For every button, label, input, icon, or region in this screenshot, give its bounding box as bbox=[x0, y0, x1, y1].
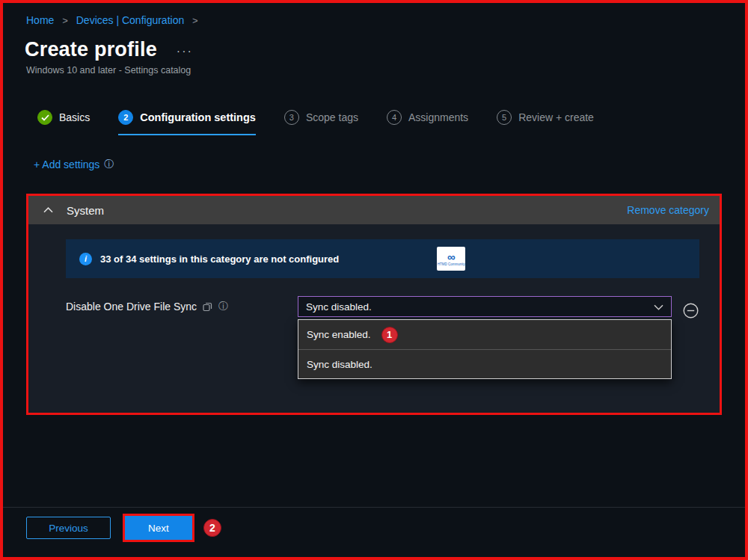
dropdown-column: Sync disabled. Sync enabled. 1 Sync disa… bbox=[298, 296, 672, 379]
setting-row: Disable One Drive File Sync ⓘ Sync disab… bbox=[66, 296, 699, 379]
add-settings-link[interactable]: + Add settings ⓘ bbox=[34, 158, 745, 171]
title-row: Create profile ··· bbox=[25, 37, 745, 61]
create-profile-page: Home > Devices | Configuration > Create … bbox=[0, 0, 748, 560]
banner-text: 33 of 34 settings in this category are n… bbox=[100, 253, 339, 265]
category-body: i 33 of 34 settings in this category are… bbox=[28, 224, 720, 413]
info-banner: i 33 of 34 settings in this category are… bbox=[66, 239, 699, 278]
htmd-community-logo: ∞ HTMD Community bbox=[437, 247, 465, 271]
tab-label: Basics bbox=[59, 111, 90, 123]
breadcrumb: Home > Devices | Configuration > bbox=[3, 3, 745, 28]
setting-label-group: Disable One Drive File Sync ⓘ bbox=[66, 296, 298, 313]
setting-label: Disable One Drive File Sync bbox=[66, 301, 197, 313]
logo-symbol: ∞ bbox=[447, 251, 456, 262]
breadcrumb-separator: > bbox=[192, 15, 198, 26]
chevron-down-icon bbox=[654, 300, 663, 313]
step-number: 3 bbox=[284, 110, 299, 125]
info-icon: ⓘ bbox=[104, 158, 114, 171]
breadcrumb-separator: > bbox=[62, 15, 68, 26]
add-settings-label: + Add settings bbox=[34, 159, 99, 170]
breadcrumb-home[interactable]: Home bbox=[26, 14, 54, 26]
more-menu-icon[interactable]: ··· bbox=[177, 45, 193, 58]
tab-label: Review + create bbox=[518, 111, 594, 123]
page-subtitle: Windows 10 and later - Settings catalog bbox=[26, 65, 745, 76]
tab-label: Scope tags bbox=[306, 111, 358, 123]
chevron-up-icon[interactable] bbox=[43, 207, 53, 213]
option-sync-disabled[interactable]: Sync disabled. bbox=[298, 349, 671, 378]
annotation-red-box: System Remove category i 33 of 34 settin… bbox=[26, 194, 722, 415]
tab-basics[interactable]: Basics bbox=[37, 110, 90, 135]
wizard-steps: Basics 2 Configuration settings 3 Scope … bbox=[37, 110, 745, 135]
tab-configuration-settings[interactable]: 2 Configuration settings bbox=[118, 110, 256, 135]
copy-icon bbox=[203, 302, 212, 312]
category-title: System bbox=[67, 204, 104, 217]
remove-setting-icon[interactable] bbox=[682, 302, 699, 319]
footer-divider bbox=[3, 507, 745, 508]
annotation-red-outline: Next bbox=[123, 514, 194, 542]
footer: Previous Next 2 bbox=[26, 514, 221, 542]
logo-text: HTMD Community bbox=[438, 262, 465, 267]
check-icon bbox=[37, 110, 52, 125]
option-label: Sync enabled. bbox=[307, 329, 371, 340]
dropdown-value: Sync disabled. bbox=[306, 301, 372, 313]
next-button[interactable]: Next bbox=[125, 516, 192, 540]
tab-review-create[interactable]: 5 Review + create bbox=[497, 110, 594, 135]
page-title: Create profile bbox=[25, 37, 157, 61]
remove-category-link[interactable]: Remove category bbox=[627, 204, 709, 216]
step-number: 2 bbox=[118, 110, 133, 125]
sync-setting-dropdown[interactable]: Sync disabled. bbox=[298, 296, 672, 317]
info-icon: i bbox=[79, 253, 92, 265]
category-header: System Remove category bbox=[28, 196, 720, 224]
option-sync-enabled[interactable]: Sync enabled. 1 bbox=[298, 320, 671, 349]
annotation-badge-1: 1 bbox=[381, 327, 398, 343]
previous-button[interactable]: Previous bbox=[26, 517, 111, 539]
option-label: Sync disabled. bbox=[307, 359, 373, 370]
dropdown-options-list: Sync enabled. 1 Sync disabled. bbox=[298, 319, 672, 379]
annotation-badge-2: 2 bbox=[203, 519, 221, 537]
tab-scope-tags[interactable]: 3 Scope tags bbox=[284, 110, 358, 135]
step-number: 5 bbox=[497, 110, 512, 125]
setting-info-icon: ⓘ bbox=[218, 300, 228, 313]
tab-label: Assignments bbox=[408, 111, 468, 123]
tab-assignments[interactable]: 4 Assignments bbox=[387, 110, 468, 135]
step-number: 4 bbox=[387, 110, 402, 125]
breadcrumb-devices-configuration[interactable]: Devices | Configuration bbox=[76, 14, 184, 26]
tab-label: Configuration settings bbox=[140, 111, 256, 123]
